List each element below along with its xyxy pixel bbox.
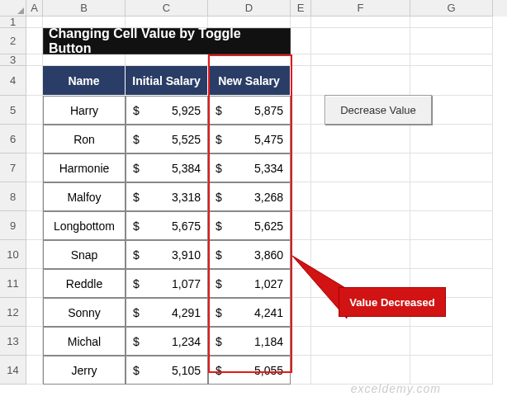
cell[interactable] <box>291 356 311 385</box>
row-header-8[interactable]: 8 <box>0 182 26 211</box>
table-cell-name[interactable]: Sonny <box>43 298 126 327</box>
cell[interactable] <box>410 125 493 153</box>
table-cell-initial[interactable]: $1,234 <box>126 327 208 356</box>
select-all-corner[interactable] <box>0 0 26 17</box>
table-cell-name[interactable]: Harmonie <box>43 153 126 182</box>
cell[interactable] <box>410 54 493 66</box>
row-header-7[interactable]: 7 <box>0 153 26 182</box>
table-cell-new[interactable]: $5,334 <box>208 153 291 182</box>
table-cell-initial[interactable]: $5,384 <box>126 153 208 182</box>
table-cell-name[interactable]: Harry <box>43 96 126 125</box>
cell[interactable] <box>26 66 43 96</box>
cell[interactable] <box>311 356 410 385</box>
table-header-new[interactable]: New Salary <box>208 66 291 96</box>
table-cell-new[interactable]: $3,860 <box>208 240 291 269</box>
cell[interactable] <box>291 66 311 96</box>
row-header-12[interactable]: 12 <box>0 298 26 327</box>
col-header-F[interactable]: F <box>311 0 410 17</box>
decrease-value-button[interactable]: Decrease Value <box>325 95 432 125</box>
table-cell-new[interactable]: $5,055 <box>208 356 291 385</box>
cell[interactable] <box>311 125 410 153</box>
cell[interactable] <box>291 54 311 66</box>
cell[interactable] <box>410 28 493 54</box>
row-header-10[interactable]: 10 <box>0 240 26 269</box>
table-header-initial[interactable]: Initial Salary <box>126 66 208 96</box>
table-cell-initial[interactable]: $5,675 <box>126 211 208 240</box>
row-header-13[interactable]: 13 <box>0 327 26 356</box>
cell[interactable] <box>410 17 493 28</box>
col-header-B[interactable]: B <box>43 0 126 17</box>
table-cell-name[interactable]: Reddle <box>43 269 126 298</box>
table-cell-name[interactable]: Jerry <box>43 356 126 385</box>
cell[interactable] <box>26 153 43 182</box>
cell[interactable] <box>291 153 311 182</box>
cell[interactable] <box>410 240 493 269</box>
cell[interactable] <box>311 211 410 240</box>
table-cell-new[interactable]: $4,241 <box>208 298 291 327</box>
col-header-A[interactable]: A <box>26 0 43 17</box>
cell[interactable] <box>410 356 493 385</box>
row-header-14[interactable]: 14 <box>0 356 26 385</box>
cell[interactable] <box>311 54 410 66</box>
table-cell-initial[interactable]: $4,291 <box>126 298 208 327</box>
row-header-3[interactable]: 3 <box>0 54 26 66</box>
table-cell-initial[interactable]: $5,105 <box>126 356 208 385</box>
table-cell-new[interactable]: $5,625 <box>208 211 291 240</box>
row-header-5[interactable]: 5 <box>0 96 26 125</box>
cell[interactable] <box>410 327 493 356</box>
table-cell-initial[interactable]: $3,910 <box>126 240 208 269</box>
cell[interactable] <box>26 96 43 125</box>
col-header-G[interactable]: G <box>410 0 493 17</box>
cell[interactable] <box>26 356 43 385</box>
cell[interactable] <box>26 54 43 66</box>
table-cell-new[interactable]: $5,475 <box>208 125 291 153</box>
cell[interactable] <box>26 125 43 153</box>
cell[interactable] <box>311 327 410 356</box>
table-cell-new[interactable]: $1,027 <box>208 269 291 298</box>
cell[interactable] <box>410 66 493 96</box>
cell[interactable] <box>410 153 493 182</box>
cell[interactable] <box>26 298 43 327</box>
cell[interactable] <box>311 17 410 28</box>
cell[interactable] <box>26 28 43 54</box>
table-cell-name[interactable]: Longbottom <box>43 211 126 240</box>
cell[interactable] <box>311 153 410 182</box>
cell[interactable] <box>291 28 311 54</box>
cell[interactable] <box>291 211 311 240</box>
table-cell-new[interactable]: $1,184 <box>208 327 291 356</box>
cell[interactable] <box>26 269 43 298</box>
row-header-9[interactable]: 9 <box>0 211 26 240</box>
row-header-2[interactable]: 2 <box>0 28 26 54</box>
row-header-1[interactable]: 1 <box>0 17 26 28</box>
cell[interactable] <box>291 327 311 356</box>
cell[interactable] <box>311 182 410 211</box>
cell[interactable] <box>126 54 208 66</box>
table-cell-name[interactable]: Malfoy <box>43 182 126 211</box>
row-header-6[interactable]: 6 <box>0 125 26 153</box>
cell[interactable] <box>311 28 410 54</box>
cell[interactable] <box>208 54 291 66</box>
cell[interactable] <box>26 240 43 269</box>
cell[interactable] <box>291 96 311 125</box>
cell[interactable] <box>311 66 410 96</box>
cell[interactable] <box>26 211 43 240</box>
col-header-C[interactable]: C <box>126 0 208 17</box>
row-header-4[interactable]: 4 <box>0 66 26 96</box>
cell[interactable] <box>410 182 493 211</box>
cell[interactable] <box>43 54 126 66</box>
cell[interactable] <box>26 17 43 28</box>
table-cell-new[interactable]: $5,875 <box>208 96 291 125</box>
table-cell-name[interactable]: Snap <box>43 240 126 269</box>
cell[interactable] <box>291 125 311 153</box>
cell[interactable] <box>26 327 43 356</box>
cell[interactable] <box>291 182 311 211</box>
table-cell-initial[interactable]: $5,525 <box>126 125 208 153</box>
cell[interactable] <box>26 182 43 211</box>
col-header-E[interactable]: E <box>291 0 311 17</box>
table-cell-name[interactable]: Michal <box>43 327 126 356</box>
table-cell-initial[interactable]: $1,077 <box>126 269 208 298</box>
table-cell-initial[interactable]: $5,925 <box>126 96 208 125</box>
table-header-name[interactable]: Name <box>43 66 126 96</box>
col-header-D[interactable]: D <box>208 0 291 17</box>
cell[interactable] <box>291 17 311 28</box>
